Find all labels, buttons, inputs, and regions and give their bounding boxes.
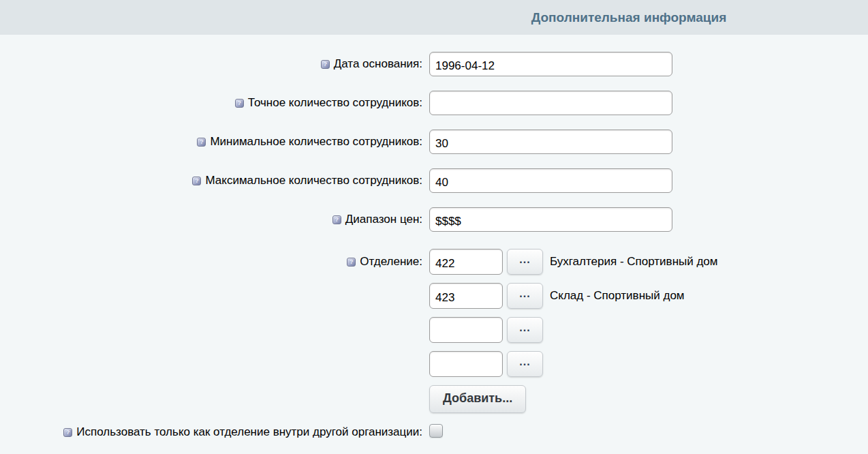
add-department-button[interactable]: Добавить... [429, 385, 526, 413]
department-row: ... Склад - Спортивный дом [429, 283, 718, 309]
department-row: ... [429, 317, 718, 343]
form-row-department-only: ? Использовать только как отделение внут… [0, 424, 868, 440]
max-employees-input[interactable] [429, 168, 672, 193]
department-rows: ... Бухгалтерия - Спортивный дом ... Скл… [429, 249, 718, 413]
max-employees-label: Максимальное количество сотрудников: [205, 174, 422, 187]
exact-employees-input[interactable] [429, 91, 672, 115]
form-row-department: ? Отделение: ... Бухгалтерия - Спортивны… [0, 249, 868, 413]
field-cell [429, 424, 443, 440]
price-range-input[interactable] [429, 207, 672, 232]
department-picker-button[interactable]: ... [507, 317, 543, 343]
label-cell: ? Максимальное количество сотрудников: [0, 174, 422, 187]
department-row: ... [429, 351, 718, 377]
form-row-founding-date: ? Дата основания: [0, 52, 868, 76]
min-employees-input[interactable] [429, 130, 672, 154]
help-icon[interactable]: ? [197, 138, 206, 147]
help-icon[interactable]: ? [321, 60, 330, 69]
field-cell [429, 52, 672, 76]
form-row-min-employees: ? Минимальное количество сотрудников: [0, 130, 868, 154]
department-id-input[interactable] [429, 249, 503, 275]
department-id-input[interactable] [429, 351, 503, 377]
label-cell: ? Дата основания: [0, 57, 422, 71]
department-row: ... Бухгалтерия - Спортивный дом [429, 249, 718, 275]
department-name: Склад - Спортивный дом [550, 289, 685, 303]
department-only-checkbox[interactable] [429, 424, 443, 438]
department-label: Отделение: [360, 255, 422, 269]
department-name: Бухгалтерия - Спортивный дом [550, 255, 718, 269]
price-range-label: Диапазон цен: [345, 213, 422, 226]
help-icon[interactable]: ? [63, 428, 72, 437]
section-header: Дополнительная информация [0, 0, 868, 35]
label-cell: ? Диапазон цен: [0, 213, 422, 226]
field-cell [429, 207, 672, 232]
label-cell: ? Отделение: [0, 249, 422, 275]
department-only-label: Использовать только как отделение внутри… [76, 425, 422, 439]
department-id-input[interactable] [429, 317, 503, 343]
form-row-price-range: ? Диапазон цен: [0, 207, 868, 232]
department-picker-button[interactable]: ... [507, 351, 543, 377]
field-cell [429, 91, 672, 115]
help-icon[interactable]: ? [192, 177, 201, 185]
help-icon[interactable]: ? [332, 215, 341, 224]
form-row-exact-employees: ? Точное количество сотрудников: [0, 91, 868, 115]
help-icon[interactable]: ? [347, 258, 356, 267]
department-id-input[interactable] [429, 283, 503, 309]
founding-date-label: Дата основания: [334, 57, 422, 71]
help-icon[interactable]: ? [235, 99, 244, 108]
page-title: Дополнительная информация [531, 10, 727, 25]
exact-employees-label: Точное количество сотрудников: [248, 96, 422, 110]
additional-info-form: ? Дата основания: ? Точное количество со… [0, 35, 868, 440]
field-cell [429, 168, 672, 193]
label-cell: ? Использовать только как отделение внут… [0, 425, 422, 439]
additional-info-panel: Дополнительная информация ? Дата основан… [0, 0, 868, 454]
form-row-max-employees: ? Максимальное количество сотрудников: [0, 168, 868, 193]
min-employees-label: Минимальное количество сотрудников: [210, 135, 422, 149]
field-cell [429, 130, 672, 154]
department-picker-button[interactable]: ... [507, 283, 543, 309]
department-picker-button[interactable]: ... [507, 249, 543, 275]
founding-date-input[interactable] [429, 52, 672, 76]
label-cell: ? Минимальное количество сотрудников: [0, 135, 422, 149]
label-cell: ? Точное количество сотрудников: [0, 96, 422, 110]
